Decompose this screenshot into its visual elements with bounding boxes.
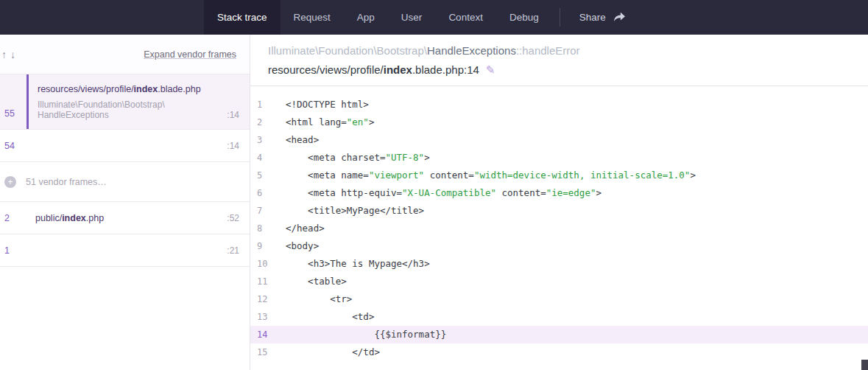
stack-frame-54[interactable]: 54 :14 xyxy=(0,130,250,162)
frame-line-number: :14 xyxy=(227,110,239,120)
next-frame-arrow-icon[interactable]: ↓ xyxy=(10,49,15,60)
code-line-number: 13 xyxy=(250,308,274,326)
code-line-7: 7 <title>MyPage</title> xyxy=(250,202,868,220)
code-line-text: </td> xyxy=(274,343,380,361)
frame-line-number: :52 xyxy=(227,213,239,223)
exception-handler-title: Illuminate\Foundation\Bootstrap\HandleEx… xyxy=(268,44,850,57)
tab-context[interactable]: Context xyxy=(435,0,496,35)
code-line-15: 15 </td> xyxy=(250,343,868,361)
code-line-number: 15 xyxy=(250,343,274,361)
code-line-1: 1<!DOCTYPE html> xyxy=(250,96,868,114)
frame-body: :14 xyxy=(27,130,250,161)
stack-frame-2[interactable]: 2 public/index.php :52 xyxy=(0,202,250,234)
frame-number: 54 xyxy=(0,130,27,161)
frame-number: 55 xyxy=(0,74,27,129)
code-line-number: 10 xyxy=(250,255,274,273)
code-line-number: 7 xyxy=(250,202,274,220)
vendor-frames-label: 51 vendor frames… xyxy=(26,177,107,187)
code-line-number: 14 xyxy=(250,326,274,343)
vendor-frames-toggle[interactable]: + 51 vendor frames… xyxy=(0,162,250,202)
code-line-number: 5 xyxy=(250,167,274,184)
code-line-4: 4 <meta charset="UTF-8"> xyxy=(250,149,868,167)
frame-line-number: :21 xyxy=(227,245,239,256)
code-line-14: 14 {{$informat}} xyxy=(250,326,868,343)
code-line-number: 12 xyxy=(250,290,274,308)
share-button-label: Share xyxy=(579,12,606,23)
tab-stack-trace[interactable]: Stack trace xyxy=(204,0,280,35)
frame-body: resources/views/profile/index.blade.php … xyxy=(27,74,250,129)
open-file-title: resources/views/profile/index.blade.php:… xyxy=(268,63,850,77)
code-line-2: 2<html lang="en"> xyxy=(250,114,868,131)
code-line-text: <table> xyxy=(274,273,347,290)
code-line-number: 11 xyxy=(250,273,274,290)
code-line-number: 6 xyxy=(250,184,274,202)
tab-bar: Stack trace Request App User Context Deb… xyxy=(204,0,552,35)
frame-nav-arrows: ↑ ↓ xyxy=(1,49,15,60)
code-line-10: 10 <h3>The is Mypage</h3> xyxy=(250,255,868,273)
content-area: ↑ ↓ Expand vendor frames 55 resources/vi… xyxy=(0,35,868,370)
prev-frame-arrow-icon[interactable]: ↑ xyxy=(1,49,7,60)
stack-frame-55[interactable]: 55 resources/views/profile/index.blade.p… xyxy=(0,74,250,130)
frame-file-path: public/index.php xyxy=(35,213,104,223)
code-line-8: 8</head> xyxy=(250,220,868,237)
stack-frame-1[interactable]: 1 :21 xyxy=(0,234,250,267)
code-line-text: <tr> xyxy=(274,290,352,308)
code-line-text: <!DOCTYPE html> xyxy=(274,96,369,114)
code-line-text: <h3>The is Mypage</h3> xyxy=(274,255,430,273)
code-line-text: <head> xyxy=(274,131,319,149)
code-line-number: 9 xyxy=(250,237,274,255)
share-button[interactable]: Share xyxy=(560,0,639,35)
frame-body: :21 xyxy=(27,234,250,266)
tab-app[interactable]: App xyxy=(344,0,388,35)
code-line-6: 6 <meta http-equiv="X-UA-Compatible" con… xyxy=(250,184,868,202)
plus-circle-icon: + xyxy=(4,176,16,188)
frame-body: public/index.php :52 xyxy=(27,202,250,234)
frame-number: 1 xyxy=(0,234,27,266)
code-line-9: 9<body> xyxy=(250,237,868,255)
share-arrow-icon xyxy=(613,12,626,23)
sidebar-empty-space xyxy=(0,267,250,370)
frame-number: 2 xyxy=(0,202,27,234)
frame-class: Illuminate\Foundation\Bootstrap\ HandleE… xyxy=(38,100,165,120)
code-line-text: <meta http-equiv="X-UA-Compatible" conte… xyxy=(274,184,601,202)
frame-file-path: resources/views/profile/index.blade.php xyxy=(38,84,239,94)
code-line-text: <body> xyxy=(274,237,319,255)
expand-vendor-frames-link[interactable]: Expand vendor frames xyxy=(144,49,236,60)
edit-file-icon[interactable]: ✎ xyxy=(486,63,495,76)
tab-user[interactable]: User xyxy=(388,0,436,35)
error-debug-page: Stack trace Request App User Context Deb… xyxy=(0,0,868,370)
code-line-text: {{$informat}} xyxy=(274,326,446,343)
code-line-text: <html lang="en"> xyxy=(274,114,374,131)
code-line-text: <td> xyxy=(274,308,374,326)
code-line-text: <meta charset="UTF-8"> xyxy=(274,149,430,167)
code-line-11: 11 <table> xyxy=(250,273,868,290)
code-line-12: 12 <tr> xyxy=(250,290,868,308)
code-line-text: <meta name="viewport" content="width=dev… xyxy=(274,167,696,184)
frame-detail-panel: Illuminate\Foundation\Bootstrap\HandleEx… xyxy=(250,35,868,370)
code-line-text: </head> xyxy=(274,220,325,237)
tab-debug[interactable]: Debug xyxy=(496,0,552,35)
code-line-number: 1 xyxy=(250,96,274,114)
frame-detail-header: Illuminate\Foundation\Bootstrap\HandleEx… xyxy=(250,35,868,86)
top-navbar: Stack trace Request App User Context Deb… xyxy=(0,0,868,35)
code-line-3: 3<head> xyxy=(250,131,868,149)
vertical-scrollbar xyxy=(861,35,868,370)
frame-meta: Illuminate\Foundation\Bootstrap\ HandleE… xyxy=(38,100,239,120)
code-viewer: 1<!DOCTYPE html>2<html lang="en">3<head>… xyxy=(250,86,868,370)
code-line-number: 8 xyxy=(250,220,274,237)
code-line-13: 13 <td> xyxy=(250,308,868,326)
scrollbar-thumb[interactable] xyxy=(861,360,868,370)
stack-frames-sidebar: ↑ ↓ Expand vendor frames 55 resources/vi… xyxy=(0,35,250,370)
code-line-5: 5 <meta name="viewport" content="width=d… xyxy=(250,167,868,184)
sidebar-header: ↑ ↓ Expand vendor frames xyxy=(0,35,250,74)
code-line-text: <title>MyPage</title> xyxy=(274,202,424,220)
code-line-number: 2 xyxy=(250,114,274,131)
code-line-number: 4 xyxy=(250,149,274,167)
tab-request[interactable]: Request xyxy=(280,0,344,35)
code-line-number: 3 xyxy=(250,131,274,149)
frame-line-number: :14 xyxy=(227,141,239,151)
